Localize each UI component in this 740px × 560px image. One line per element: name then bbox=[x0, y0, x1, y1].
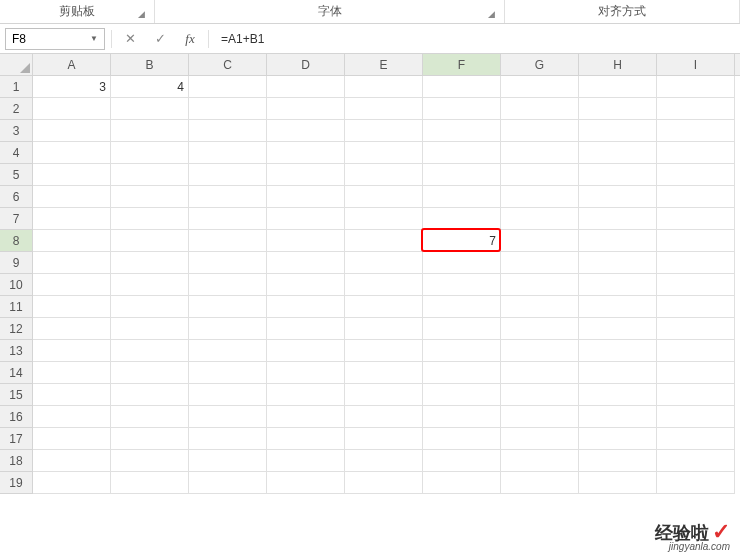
cell-I7[interactable] bbox=[657, 208, 735, 230]
cell-G9[interactable] bbox=[501, 252, 579, 274]
cell-E2[interactable] bbox=[345, 98, 423, 120]
row-header-10[interactable]: 10 bbox=[0, 274, 33, 296]
cell-C10[interactable] bbox=[189, 274, 267, 296]
cell-E6[interactable] bbox=[345, 186, 423, 208]
cell-F3[interactable] bbox=[423, 120, 501, 142]
cell-C3[interactable] bbox=[189, 120, 267, 142]
name-box[interactable]: F8 ▼ bbox=[5, 28, 105, 50]
column-header-C[interactable]: C bbox=[189, 54, 267, 75]
cell-D10[interactable] bbox=[267, 274, 345, 296]
cell-H5[interactable] bbox=[579, 164, 657, 186]
cell-C17[interactable] bbox=[189, 428, 267, 450]
column-header-D[interactable]: D bbox=[267, 54, 345, 75]
cell-H15[interactable] bbox=[579, 384, 657, 406]
cell-A5[interactable] bbox=[33, 164, 111, 186]
cell-H4[interactable] bbox=[579, 142, 657, 164]
cell-B2[interactable] bbox=[111, 98, 189, 120]
cell-C11[interactable] bbox=[189, 296, 267, 318]
cell-E5[interactable] bbox=[345, 164, 423, 186]
cell-D1[interactable] bbox=[267, 76, 345, 98]
cell-B13[interactable] bbox=[111, 340, 189, 362]
cell-A11[interactable] bbox=[33, 296, 111, 318]
cell-B4[interactable] bbox=[111, 142, 189, 164]
cell-F9[interactable] bbox=[423, 252, 501, 274]
cell-D17[interactable] bbox=[267, 428, 345, 450]
row-header-1[interactable]: 1 bbox=[0, 76, 33, 98]
row-header-12[interactable]: 12 bbox=[0, 318, 33, 340]
column-header-A[interactable]: A bbox=[33, 54, 111, 75]
confirm-button[interactable]: ✓ bbox=[148, 28, 172, 50]
cell-C8[interactable] bbox=[189, 230, 267, 252]
cell-C9[interactable] bbox=[189, 252, 267, 274]
cell-G18[interactable] bbox=[501, 450, 579, 472]
cell-D11[interactable] bbox=[267, 296, 345, 318]
cell-I12[interactable] bbox=[657, 318, 735, 340]
cell-H8[interactable] bbox=[579, 230, 657, 252]
cell-A6[interactable] bbox=[33, 186, 111, 208]
cell-I9[interactable] bbox=[657, 252, 735, 274]
cell-H6[interactable] bbox=[579, 186, 657, 208]
cell-B9[interactable] bbox=[111, 252, 189, 274]
cell-G17[interactable] bbox=[501, 428, 579, 450]
cell-I19[interactable] bbox=[657, 472, 735, 494]
cell-A10[interactable] bbox=[33, 274, 111, 296]
cell-G1[interactable] bbox=[501, 76, 579, 98]
cell-C15[interactable] bbox=[189, 384, 267, 406]
cell-I3[interactable] bbox=[657, 120, 735, 142]
cell-C2[interactable] bbox=[189, 98, 267, 120]
cell-A18[interactable] bbox=[33, 450, 111, 472]
cell-F4[interactable] bbox=[423, 142, 501, 164]
cell-F17[interactable] bbox=[423, 428, 501, 450]
column-header-I[interactable]: I bbox=[657, 54, 735, 75]
row-header-16[interactable]: 16 bbox=[0, 406, 33, 428]
cell-B7[interactable] bbox=[111, 208, 189, 230]
cell-E3[interactable] bbox=[345, 120, 423, 142]
cell-A1[interactable]: 3 bbox=[33, 76, 111, 98]
cell-B1[interactable]: 4 bbox=[111, 76, 189, 98]
cell-C16[interactable] bbox=[189, 406, 267, 428]
cell-B18[interactable] bbox=[111, 450, 189, 472]
cell-C18[interactable] bbox=[189, 450, 267, 472]
cell-C1[interactable] bbox=[189, 76, 267, 98]
cell-B12[interactable] bbox=[111, 318, 189, 340]
cell-E4[interactable] bbox=[345, 142, 423, 164]
row-header-8[interactable]: 8 bbox=[0, 230, 33, 252]
cell-C7[interactable] bbox=[189, 208, 267, 230]
cell-I17[interactable] bbox=[657, 428, 735, 450]
cell-I5[interactable] bbox=[657, 164, 735, 186]
row-header-9[interactable]: 9 bbox=[0, 252, 33, 274]
row-header-6[interactable]: 6 bbox=[0, 186, 33, 208]
cell-B11[interactable] bbox=[111, 296, 189, 318]
cell-I6[interactable] bbox=[657, 186, 735, 208]
row-header-14[interactable]: 14 bbox=[0, 362, 33, 384]
cell-A19[interactable] bbox=[33, 472, 111, 494]
cell-G3[interactable] bbox=[501, 120, 579, 142]
cell-B3[interactable] bbox=[111, 120, 189, 142]
cell-F19[interactable] bbox=[423, 472, 501, 494]
cell-E17[interactable] bbox=[345, 428, 423, 450]
row-header-17[interactable]: 17 bbox=[0, 428, 33, 450]
cell-B19[interactable] bbox=[111, 472, 189, 494]
cell-G12[interactable] bbox=[501, 318, 579, 340]
cell-G10[interactable] bbox=[501, 274, 579, 296]
cell-B10[interactable] bbox=[111, 274, 189, 296]
cell-F14[interactable] bbox=[423, 362, 501, 384]
cell-E11[interactable] bbox=[345, 296, 423, 318]
cell-H13[interactable] bbox=[579, 340, 657, 362]
cell-A3[interactable] bbox=[33, 120, 111, 142]
cell-G14[interactable] bbox=[501, 362, 579, 384]
cell-C5[interactable] bbox=[189, 164, 267, 186]
cell-A15[interactable] bbox=[33, 384, 111, 406]
cell-E14[interactable] bbox=[345, 362, 423, 384]
cell-I4[interactable] bbox=[657, 142, 735, 164]
row-header-11[interactable]: 11 bbox=[0, 296, 33, 318]
cell-D5[interactable] bbox=[267, 164, 345, 186]
fx-icon[interactable]: fx bbox=[178, 28, 202, 50]
cell-B14[interactable] bbox=[111, 362, 189, 384]
cell-D3[interactable] bbox=[267, 120, 345, 142]
cell-G8[interactable] bbox=[501, 230, 579, 252]
cell-I15[interactable] bbox=[657, 384, 735, 406]
cell-E8[interactable] bbox=[345, 230, 423, 252]
cell-I10[interactable] bbox=[657, 274, 735, 296]
cell-D4[interactable] bbox=[267, 142, 345, 164]
